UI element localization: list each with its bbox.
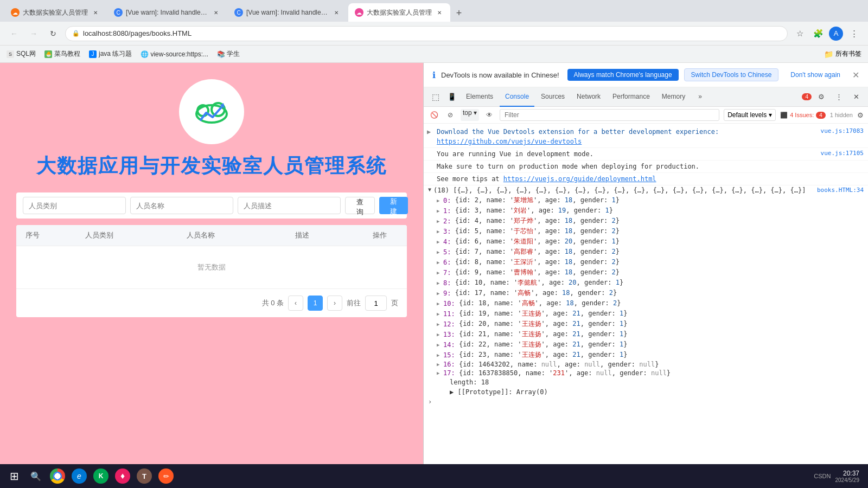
- devtools-tab-bar: ⬚ 📱 Elements Console Sources Network Per…: [424, 87, 868, 107]
- bookmarks-right[interactable]: 📁 所有书签: [824, 49, 861, 59]
- file-ref-1[interactable]: vue.js:17105: [821, 149, 864, 158]
- array-item-1: ▶1: {id: 3, name: '刘岩', age: 19, gender:…: [435, 206, 868, 216]
- tab-bar: ☁ 大数据实验室人员管理 ✕ C [Vue warn]: Invalid han…: [0, 0, 868, 22]
- menu-button[interactable]: ⋮: [846, 26, 861, 41]
- array-item-8: ▶8: {id: 10, name: '李懿航', age: 20, gende…: [435, 278, 868, 288]
- tab-1[interactable]: ☁ 大数据实验室人员管理 ✕: [4, 3, 106, 22]
- search-button[interactable]: 查询: [345, 197, 375, 214]
- tab-sources[interactable]: Sources: [535, 87, 570, 107]
- page-1-btn[interactable]: 1: [308, 296, 323, 311]
- tab-3[interactable]: C [Vue warn]: Invalid handler fo... ✕: [228, 3, 347, 22]
- bookmark-student[interactable]: 📚 学生: [217, 49, 240, 59]
- devtools-panel: ℹ DevTools is now available in Chinese! …: [423, 63, 868, 464]
- tab-2-close[interactable]: ✕: [212, 8, 220, 17]
- toolbar-actions: ☆ 🧩 A ⋮: [792, 26, 861, 41]
- search-bar: 查询 新建: [16, 192, 407, 219]
- bookmark-runoob-label: 菜鸟教程: [54, 49, 80, 59]
- tab-1-favicon: ☁: [11, 8, 20, 17]
- lock-icon: 🔒: [72, 30, 80, 37]
- next-page-btn[interactable]: ›: [327, 296, 342, 311]
- start-button[interactable]: ⊞: [4, 466, 24, 486]
- array-item-9: ▶9: {id: 17, name: '高畅', age: 18, gender…: [435, 288, 868, 298]
- switch-devtools-btn[interactable]: Switch DevTools to Chinese: [684, 68, 779, 81]
- tab-elements[interactable]: Elements: [461, 87, 499, 107]
- array-file-ref[interactable]: books.HTML:34: [817, 187, 864, 194]
- devtools-menu-btn[interactable]: ⋮: [831, 89, 846, 105]
- array-item-6: ▶6: {id: 8, name: '王深沂', age: 18, gender…: [435, 257, 868, 267]
- page-content: 大数据应用与开发实验室人员管理系统 查询 新建 序号 人员类别 人员名称 描述 …: [0, 63, 423, 464]
- match-language-btn[interactable]: Always match Chrome's language: [567, 69, 679, 81]
- reload-button[interactable]: ↻: [46, 26, 61, 41]
- col-header-desc: 描述: [251, 230, 353, 240]
- dismiss-btn[interactable]: Don't show again: [784, 69, 847, 81]
- taskbar-chrome[interactable]: [48, 466, 67, 486]
- bookmark-student-label: 学生: [227, 49, 240, 59]
- bookmark-star-button[interactable]: ☆: [792, 26, 807, 41]
- taskbar-edge[interactable]: e: [69, 466, 89, 486]
- console-filter-input[interactable]: [500, 109, 719, 121]
- tab-4[interactable]: ☁ 大数据实验室人员管理 ✕: [348, 3, 450, 22]
- bookmark-java[interactable]: J java 练习题: [89, 49, 132, 59]
- console-settings-btn[interactable]: ⚙: [857, 111, 864, 119]
- console-filter-icon[interactable]: ⊘: [444, 109, 456, 121]
- extensions-button[interactable]: 🧩: [810, 26, 826, 41]
- prev-page-btn[interactable]: ‹: [288, 296, 303, 311]
- data-table: 序号 人员类别 人员名称 描述 操作 暂无数据 共 0 条 ‹ 1 › 前往 页: [16, 225, 407, 317]
- devtools-settings-btn[interactable]: ⚙: [814, 89, 829, 105]
- name-search-input[interactable]: [130, 197, 233, 214]
- table-pagination: 共 0 条 ‹ 1 › 前往 页: [16, 288, 407, 317]
- notif-close-btn[interactable]: ✕: [852, 70, 859, 80]
- tab-memory[interactable]: Memory: [656, 87, 691, 107]
- taskbar-app3[interactable]: ✏: [156, 466, 176, 486]
- issues-button[interactable]: ⬛ 4 Issues: 4: [780, 112, 826, 119]
- context-select[interactable]: top ▾: [461, 109, 479, 121]
- new-tab-button[interactable]: +: [451, 5, 467, 21]
- address-bar[interactable]: 🔒 localhost:8080/pages/books.HTML: [65, 26, 788, 41]
- goto-label: 前往: [347, 298, 361, 308]
- back-button[interactable]: ←: [7, 26, 22, 41]
- taskbar-app2[interactable]: T: [135, 466, 154, 486]
- eye-btn[interactable]: 👁: [483, 109, 495, 121]
- array-item-5: ▶5: {id: 7, name: '高郡睿', age: 18, gender…: [435, 247, 868, 257]
- taskbar: ⊞ 🔍 e K ♦ T ✏ CSDN 20:37 2024/5/29: [0, 464, 868, 488]
- type-search-input[interactable]: [23, 197, 126, 214]
- tab-console[interactable]: Console: [500, 87, 534, 107]
- expand-0[interactable]: ▶: [427, 127, 431, 137]
- clear-console-btn[interactable]: 🚫: [428, 109, 440, 121]
- tab-2-favicon: C: [114, 8, 123, 17]
- file-ref-0[interactable]: vue.js:17083: [821, 127, 864, 136]
- bookmark-viewsrc[interactable]: 🌐 view-source:https:...: [141, 50, 208, 58]
- page-goto-input[interactable]: [365, 296, 387, 311]
- array-item-17: ▶17: {id: 1637838850, name: '231', age: …: [435, 369, 868, 377]
- issues-icon: ⬛: [780, 112, 788, 119]
- forward-button[interactable]: →: [26, 26, 41, 41]
- array-toggle[interactable]: [426, 187, 433, 192]
- bookmarks-right-label: 所有书签: [835, 49, 861, 59]
- taskbar-app1[interactable]: ♦: [113, 466, 132, 486]
- tab-more-btn[interactable]: »: [693, 87, 707, 107]
- tab-1-close[interactable]: ✕: [91, 8, 100, 17]
- bookmark-java-label: java 练习题: [99, 49, 132, 59]
- desc-search-input[interactable]: [238, 197, 341, 214]
- bookmark-sql[interactable]: S SQL网: [7, 49, 36, 59]
- default-levels-select[interactable]: Default levels ▾: [724, 109, 776, 121]
- new-button[interactable]: 新建: [379, 197, 408, 214]
- inspect-element-btn[interactable]: ⬚: [428, 89, 443, 105]
- issues-badge: 4: [802, 93, 812, 100]
- address-text: localhost:8080/pages/books.HTML: [83, 29, 192, 37]
- tab-network[interactable]: Network: [571, 87, 606, 107]
- profile-button[interactable]: A: [829, 27, 843, 41]
- console-output[interactable]: ▶ Download the Vue Devtools extension fo…: [424, 124, 868, 464]
- col-header-name: 人员名称: [150, 230, 252, 240]
- tab-4-close[interactable]: ✕: [435, 8, 444, 17]
- taskbar-kaspersky[interactable]: K: [91, 466, 111, 486]
- taskbar-search-button[interactable]: 🔍: [26, 466, 46, 486]
- devtools-close-btn[interactable]: ✕: [848, 89, 864, 105]
- array-length-line: length: 18: [435, 377, 868, 387]
- tab-3-close[interactable]: ✕: [332, 8, 341, 17]
- bookmark-runoob[interactable]: 🐣 菜鸟教程: [44, 49, 80, 59]
- device-mode-btn[interactable]: 📱: [444, 89, 459, 105]
- tab-2[interactable]: C [Vue warn]: Invalid handler fo... ✕: [107, 3, 227, 22]
- console-caret[interactable]: ›: [424, 397, 868, 407]
- tab-performance[interactable]: Performance: [607, 87, 655, 107]
